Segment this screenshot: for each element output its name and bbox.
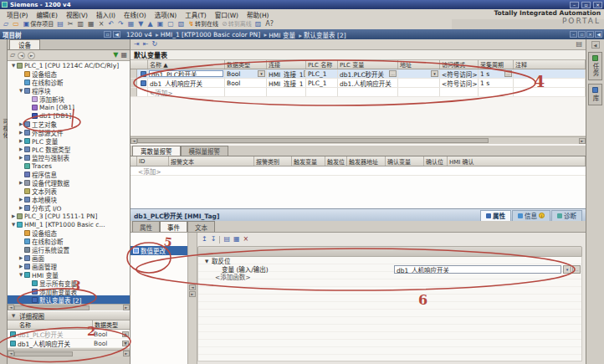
column-header[interactable]: 触发变量 — [292, 156, 325, 166]
undo-icon[interactable]: ↶ — [107, 20, 115, 28]
collapse-right-panel-icon[interactable]: ◀ — [591, 41, 600, 49]
function-collapse-icon[interactable]: ▼ — [203, 259, 210, 264]
breadcrumb-item[interactable]: 1200 v4 — [126, 31, 159, 38]
delete-icon[interactable]: × — [98, 20, 106, 28]
cut-icon[interactable]: ✂ — [67, 20, 75, 28]
filter-icon[interactable]: ▦ — [120, 52, 127, 59]
insert-row-icon[interactable]: ⇤ — [143, 41, 149, 48]
tree-expand-icon[interactable]: ▶ — [18, 255, 24, 260]
tree-item[interactable]: ▶ 外部源文件 — [8, 128, 130, 136]
compile-icon[interactable]: ▦ — [127, 20, 136, 28]
subtab-events[interactable]: 事件 — [160, 221, 187, 232]
column-header[interactable]: 采集周期 — [479, 60, 514, 69]
tree-expand-icon[interactable]: ▶ — [18, 146, 24, 151]
details-row[interactable]: db1_人机响应开关 Bool ▼ — [8, 339, 130, 348]
diagnostics-icon[interactable]: ▨ — [254, 20, 264, 28]
tree-item[interactable]: 运行系统设置 — [8, 245, 130, 254]
tree-expand-icon[interactable]: ▼ — [18, 88, 24, 93]
go-offline-button[interactable]: ⊘ 转到离线 — [221, 20, 253, 28]
vertical-tab-libraries[interactable]: 库 — [588, 84, 602, 105]
tree-expand-icon[interactable]: ▶ — [18, 138, 24, 143]
splitter-left-icon[interactable]: ◄ — [189, 285, 196, 290]
editor-close-icon[interactable]: × — [586, 31, 594, 38]
menu-item[interactable]: 在线(O) — [120, 10, 151, 19]
subtab-texts[interactable]: 文本 — [187, 221, 215, 232]
subtab-properties[interactable]: 属性 — [132, 221, 160, 232]
tab-devices[interactable]: 设备 — [9, 39, 40, 49]
redo-icon[interactable]: ↷ — [117, 20, 125, 28]
menu-item[interactable]: 帮助(H) — [243, 10, 274, 19]
scroll-up-icon[interactable]: ▲ — [122, 331, 129, 337]
tab-analog-alarms[interactable]: 模拟量报警 — [181, 146, 229, 156]
tree-item[interactable]: ▶ PLC 数据类型 — [8, 145, 130, 153]
collapse-all-icon[interactable]: ▦ — [233, 236, 240, 243]
tree-item[interactable]: 文本列表 — [8, 187, 130, 195]
breadcrumb-item[interactable]: HMI 变量 — [269, 30, 302, 39]
go-online-button[interactable]: ↯ 转到在线 — [187, 20, 219, 28]
collapse-panel-icon[interactable]: ◀ — [113, 31, 120, 38]
editor-restore-icon[interactable]: ▫ — [578, 31, 586, 38]
maximize-button[interactable]: ▫ — [581, 2, 591, 8]
save-project-button[interactable]: ▣ 保存项目 — [23, 20, 55, 28]
breadcrumb-item[interactable]: 默认变量表 [2] — [304, 30, 346, 39]
find-replace-icon[interactable]: A? — [264, 20, 275, 28]
details-col-type[interactable]: 数据类型 — [93, 320, 130, 329]
tab-info[interactable]: 信息 i — [512, 210, 550, 221]
crossref-icon[interactable]: ▧ — [177, 20, 187, 28]
menu-item[interactable]: 项目(P) — [3, 10, 32, 19]
scroll-right-icon[interactable]: ► — [123, 351, 130, 356]
tag-table-hscrollbar[interactable]: ◄ ► — [131, 136, 586, 144]
tree-hscrollbar[interactable]: ◄ ► — [8, 304, 130, 310]
scroll-down-icon[interactable]: ▼ — [122, 341, 129, 346]
column-header[interactable]: 确认位 — [424, 156, 448, 166]
panel-splitter[interactable]: ◄ ► — [188, 233, 197, 364]
breadcrumb-item[interactable]: HMI_1 [KTP1000 Basic color PN] — [161, 31, 267, 38]
connect-online-icon[interactable]: ▼ — [113, 52, 118, 59]
nav-forward-icon[interactable]: ► — [28, 52, 35, 59]
details-row[interactable]: db1_PLC秒开关 Bool ▲ — [8, 330, 130, 339]
tree-item[interactable]: ▶ 画面 — [8, 254, 130, 262]
tree-expand-icon[interactable]: ▶ — [18, 264, 24, 269]
tree-item[interactable]: ▼ PLC_1 [CPU 1214C AC/DC/Rly] — [8, 61, 130, 69]
move-down-icon[interactable]: ↧ — [211, 236, 217, 243]
menu-item[interactable]: 工具(T) — [181, 10, 210, 19]
tree-item[interactable]: 在线和诊断 — [8, 78, 130, 86]
scroll-left-icon[interactable]: ◄ — [131, 138, 137, 144]
tree-item[interactable]: ▼ 程序块 — [8, 86, 130, 95]
close-button[interactable]: × — [593, 2, 602, 8]
column-header[interactable]: ID — [137, 156, 169, 166]
add-function-row[interactable]: <添加函数> — [198, 273, 581, 281]
move-up-icon[interactable]: ↥ — [202, 236, 207, 243]
tree-expand-icon[interactable]: ▶ — [18, 121, 24, 126]
tree-item[interactable]: 程序信息 — [8, 170, 130, 178]
tree-expand-icon[interactable]: ▶ — [18, 180, 24, 185]
open-project-icon[interactable]: ▭ — [12, 20, 21, 28]
tree-expand-icon[interactable]: ▶ — [10, 213, 17, 218]
tree-expand-icon[interactable]: ▶ — [18, 130, 24, 135]
new-item-icon[interactable]: ▱ — [10, 52, 15, 59]
tree-item[interactable]: 添加新变量表 — [8, 287, 130, 295]
tree-item[interactable]: 在线和诊断 — [8, 237, 130, 245]
tree-item[interactable]: 设备组态 — [8, 228, 130, 237]
tree-item[interactable]: ▶ 分布式 I/O — [8, 203, 130, 212]
column-header[interactable]: 注释 — [514, 60, 586, 69]
new-project-icon[interactable]: ▱ — [3, 20, 10, 28]
menu-item[interactable]: 窗口(W) — [211, 10, 243, 19]
column-header[interactable]: 访问模式 — [440, 60, 479, 69]
param-browse-icon[interactable]: … — [572, 265, 581, 274]
column-header[interactable]: 报警文本 — [169, 156, 254, 166]
stop-cpu-icon[interactable]: ▢ — [166, 20, 176, 28]
tree-item[interactable]: ▶ PLC 变量 — [8, 136, 130, 145]
menu-item[interactable]: 选项(N) — [151, 10, 181, 19]
details-col-name[interactable]: 名称 — [8, 320, 93, 329]
start-cpu-icon[interactable]: ▣ — [156, 20, 166, 28]
column-header[interactable]: 名称 ▲ — [148, 60, 225, 69]
export-icon[interactable]: ▤ — [576, 41, 582, 48]
tree-item[interactable]: ▶ PLC_3 [CPU 1511-1 PN] — [8, 212, 130, 220]
tree-item[interactable]: 设备组态 — [8, 69, 130, 78]
tree-item[interactable]: ▶ 本地模块 — [8, 195, 130, 203]
tree-expand-icon[interactable]: ▼ — [10, 63, 17, 68]
column-header[interactable]: HMI 确认 — [448, 156, 586, 166]
column-header[interactable]: 报警类别 — [254, 156, 292, 166]
tree-item[interactable]: ▶ 工艺对象 — [8, 120, 130, 128]
